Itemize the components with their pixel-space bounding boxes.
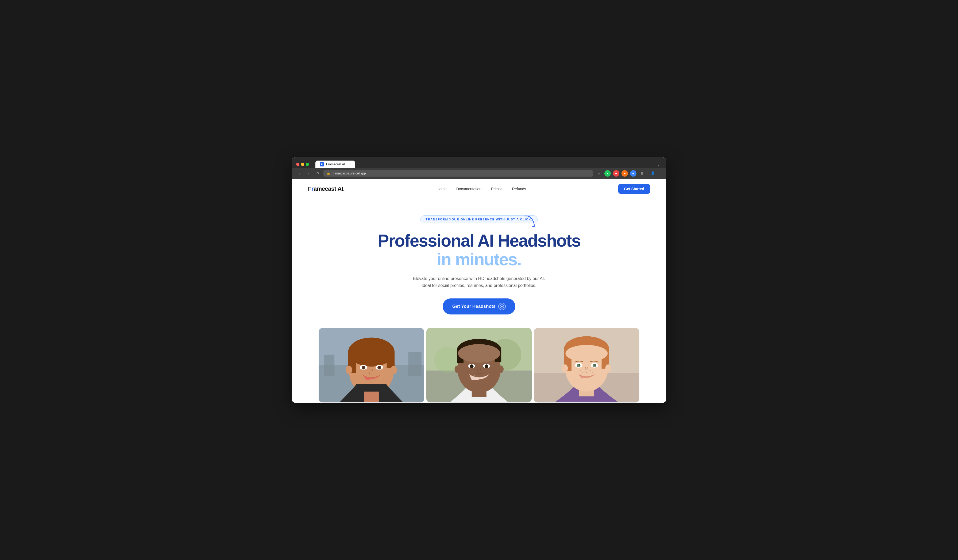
window-expand-button[interactable]: ⌄ — [655, 161, 662, 168]
address-bar[interactable]: 🔒 framecast-ai.vercel.app — [324, 170, 593, 177]
svg-point-31 — [469, 365, 473, 369]
svg-point-39 — [498, 365, 504, 373]
svg-point-32 — [485, 365, 489, 369]
nav-link-documentation[interactable]: Documentation — [456, 187, 481, 191]
toolbar-divider — [647, 171, 647, 176]
svg-point-13 — [377, 366, 381, 370]
extension-icon-4[interactable]: ● — [630, 170, 636, 177]
tab-bar: F Framecast AI ✕ + — [316, 161, 362, 168]
headshot-card-1 — [319, 328, 424, 403]
tab-title: Framecast AI — [326, 163, 345, 166]
nav-link-home[interactable]: Home — [437, 187, 447, 191]
extension-icon-2[interactable]: ● — [613, 170, 619, 177]
minimize-button[interactable] — [301, 163, 304, 166]
cta-label: Get Your Headshots — [452, 304, 496, 309]
hero-cta-button[interactable]: Get Your Headshots — [443, 299, 515, 315]
hero-badge: TRANSFORM YOUR ONLINE PRESENCE WITH JUST… — [420, 215, 538, 223]
svg-point-17 — [390, 366, 397, 374]
person3-image — [534, 328, 639, 403]
svg-point-52 — [566, 345, 608, 362]
svg-point-48 — [586, 369, 587, 370]
svg-point-46 — [590, 370, 591, 371]
browser-window: F Framecast AI ✕ + ⌄ ‹ › ↻ 🔒 framecast-a… — [292, 157, 666, 403]
hero-subtitle: Elevate your online presence with HD hea… — [401, 275, 557, 289]
headshot-card-3 — [534, 328, 639, 403]
svg-point-12 — [362, 366, 365, 370]
hero-subtitle-line1: Elevate your online presence with HD hea… — [413, 276, 545, 281]
close-button[interactable] — [296, 163, 300, 166]
tab-close-button[interactable]: ✕ — [348, 163, 351, 166]
navigation: Framecast AI. Home Documentation Pricing… — [292, 179, 666, 199]
hero-title-light: in minutes. — [437, 250, 521, 269]
lock-icon: 🔒 — [327, 171, 330, 175]
tab-favicon: F — [320, 162, 324, 166]
website-content: Framecast AI. Home Documentation Pricing… — [292, 179, 666, 403]
svg-point-38 — [454, 365, 460, 373]
hero-title: Professional AI Headshots in minutes. — [303, 231, 655, 269]
svg-point-57 — [579, 364, 580, 366]
extensions-button[interactable]: ⊞ — [639, 170, 645, 177]
nav-link-refunds[interactable]: Refunds — [512, 187, 526, 191]
svg-rect-9 — [387, 352, 395, 368]
menu-button[interactable]: ⋮ — [658, 171, 662, 176]
nav-link-pricing[interactable]: Pricing — [491, 187, 503, 191]
svg-point-60 — [606, 365, 611, 373]
profile-icon[interactable]: 👤 — [650, 170, 656, 177]
extension-icon-1[interactable]: ● — [604, 170, 611, 177]
svg-point-56 — [593, 364, 596, 368]
browser-chrome: F Framecast AI ✕ + ⌄ ‹ › ↻ 🔒 framecast-a… — [292, 157, 666, 179]
nav-get-started-button[interactable]: Get Started — [618, 184, 650, 194]
nav-links: Home Documentation Pricing Refunds — [437, 187, 526, 191]
svg-point-15 — [379, 367, 381, 368]
logo-text-rest: amecast AI. — [314, 185, 344, 192]
svg-point-16 — [346, 366, 352, 374]
svg-rect-3 — [324, 355, 335, 376]
browser-titlebar: F Framecast AI ✕ + ⌄ — [292, 157, 666, 168]
maximize-button[interactable] — [306, 163, 309, 166]
svg-rect-4 — [408, 352, 421, 376]
hero-subtitle-line2: Ideal for social profiles, resumes, and … — [422, 283, 536, 288]
svg-point-55 — [577, 364, 581, 368]
new-tab-button[interactable]: + — [355, 161, 363, 167]
url-text: framecast-ai.vercel.app — [333, 171, 366, 175]
svg-rect-18 — [364, 392, 379, 402]
logo-highlight: r — [311, 185, 314, 192]
traffic-lights — [296, 163, 309, 166]
logo-text: F — [308, 185, 311, 192]
svg-point-34 — [487, 365, 487, 366]
bookmark-icon[interactable]: ☆ — [596, 170, 602, 177]
svg-point-47 — [592, 372, 593, 373]
person2-image — [426, 328, 532, 403]
headshot-card-2 — [426, 328, 532, 403]
person1-image — [319, 328, 424, 403]
svg-point-45 — [582, 372, 583, 373]
svg-point-33 — [471, 365, 473, 366]
forward-button[interactable]: › — [305, 170, 312, 177]
toolbar-actions: ☆ ● ● ● ● ⊞ 👤 ⋮ — [596, 170, 662, 177]
back-button[interactable]: ‹ — [296, 170, 303, 177]
refresh-button[interactable]: ↻ — [314, 170, 321, 177]
svg-point-59 — [562, 365, 568, 373]
svg-point-58 — [595, 364, 596, 366]
svg-point-14 — [363, 367, 365, 368]
extension-icon-3[interactable]: ● — [622, 170, 628, 177]
logo[interactable]: Framecast AI. — [308, 185, 344, 192]
active-tab[interactable]: F Framecast AI ✕ — [316, 161, 355, 168]
svg-point-44 — [580, 370, 581, 371]
svg-point-28 — [458, 344, 500, 363]
browser-toolbar: ‹ › ↻ 🔒 framecast-ai.vercel.app ☆ ● ● ● … — [292, 168, 666, 179]
hero-section: TRANSFORM YOUR ONLINE PRESENCE WITH JUST… — [292, 199, 666, 403]
hero-title-dark: Professional AI Headshots — [378, 231, 581, 250]
headshots-gallery — [303, 328, 655, 403]
cta-icon — [498, 303, 506, 310]
